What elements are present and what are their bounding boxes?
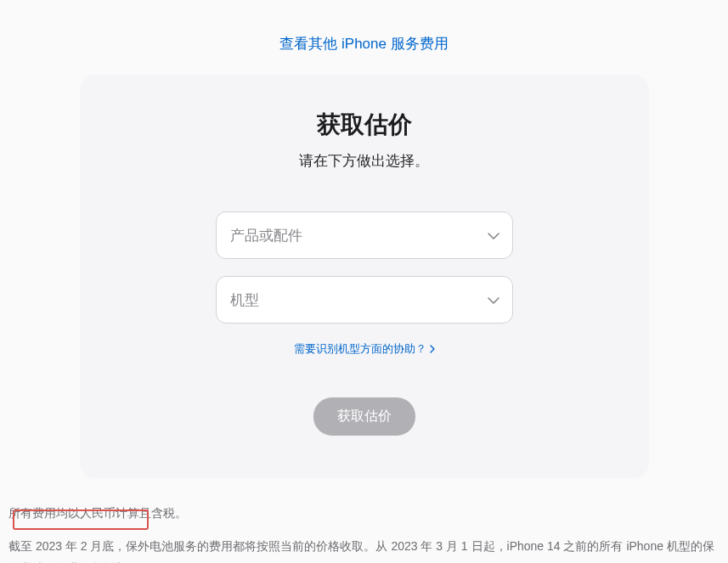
model-select-placeholder: 机型: [230, 290, 259, 310]
model-select-wrapper: 机型: [216, 276, 513, 324]
card-title: 获取估价: [122, 109, 607, 141]
chevron-right-icon: [430, 343, 435, 356]
model-select[interactable]: 机型: [216, 276, 513, 324]
help-link-row: 需要识别机型方面的协助？: [122, 341, 607, 357]
identify-model-help-link[interactable]: 需要识别机型方面的协助？: [294, 341, 435, 357]
estimate-card: 获取估价 请在下方做出选择。 产品或配件 机型 需要识别机型方面的协助？ 获取估…: [80, 75, 649, 478]
product-select-placeholder: 产品或配件: [230, 226, 302, 245]
other-services-link[interactable]: 查看其他 iPhone 服务费用: [279, 36, 448, 52]
footer-notes: 所有费用均以人民币计算且含税。 截至 2023 年 2 月底，保外电池服务的费用…: [0, 478, 728, 563]
help-link-label: 需要识别机型方面的协助？: [294, 341, 426, 357]
footer-note-price-change: 截至 2023 年 2 月底，保外电池服务的费用都将按照当前的价格收取。从 20…: [8, 535, 720, 563]
product-select-wrapper: 产品或配件: [216, 211, 513, 259]
card-subtitle: 请在下方做出选择。: [122, 151, 607, 171]
top-link-row: 查看其他 iPhone 服务费用: [0, 0, 728, 75]
submit-row: 获取估价: [122, 397, 607, 436]
product-select[interactable]: 产品或配件: [216, 211, 513, 259]
footer-note-currency: 所有费用均以人民币计算且含税。: [8, 502, 720, 525]
get-estimate-button[interactable]: 获取估价: [313, 397, 415, 436]
